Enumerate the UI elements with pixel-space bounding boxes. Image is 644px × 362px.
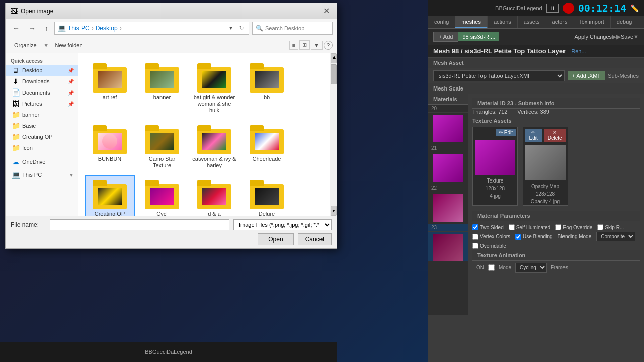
folder-bb[interactable]: bb — [242, 58, 292, 118]
materials-sidebar: Materials 20 21 22 23 — [428, 94, 468, 315]
overridable-checkbox[interactable] — [472, 243, 478, 249]
add-button[interactable]: + Add — [433, 32, 458, 42]
path-refresh-button[interactable]: ↻ — [237, 25, 246, 31]
skip-render-label[interactable]: Skip R... — [597, 224, 624, 230]
fog-override-label[interactable]: Fog Override — [555, 224, 592, 230]
open-image-dialog[interactable]: 🖼 Open image ✕ ← → ↑ 💻 This PC › Desktop… — [5, 3, 337, 249]
sidebar-item-onedrive[interactable]: ☁ OneDrive — [6, 156, 78, 167]
scroll-down-arrow[interactable]: ▼ — [331, 206, 337, 216]
use-blending-checkbox[interactable] — [515, 234, 521, 240]
tab-config[interactable]: config — [428, 16, 455, 28]
tab-actions[interactable]: actions — [488, 16, 518, 28]
mat-swatch-23[interactable] — [433, 234, 463, 261]
add-xmf-button[interactable]: + Add .XMF — [568, 71, 605, 80]
folder-catwoman[interactable]: catwoman & ivy & harley — [189, 120, 239, 173]
path-desktop[interactable]: Desktop — [96, 25, 118, 32]
tab-assets[interactable]: assets — [518, 16, 546, 28]
dialog-close-button[interactable]: ✕ — [321, 7, 332, 15]
sidebar-item-downloads[interactable]: ⬇ Downloads 📌 — [6, 76, 78, 87]
texture-edit-button[interactable]: ✏ Edit — [496, 129, 516, 136]
filetype-select[interactable]: Image Files (*.png; *.jpg; *.gif; *.* — [233, 219, 332, 230]
folder-creatingop-label: Creating OP — [95, 211, 125, 216]
dialog-btn-row: Open Cancel — [11, 233, 332, 245]
filename-input[interactable] — [50, 219, 229, 230]
sidebar-item-icon[interactable]: 📁 Icon — [6, 142, 78, 153]
sidebar-item-pictures[interactable]: 🖼 Pictures 📌 — [6, 98, 78, 109]
folder-da-icon — [197, 179, 231, 209]
path-expand-button[interactable]: ▼ — [226, 25, 235, 31]
vertex-colors-label[interactable]: Vertex Colors — [472, 234, 510, 240]
use-blending-label[interactable]: Use Blending — [515, 234, 552, 240]
dialog-titlebar: 🖼 Open image ✕ — [6, 3, 337, 19]
skip-render-checkbox[interactable] — [597, 224, 603, 230]
xmf-select[interactable]: sis3d-RL Petite Top Tattoo Layer.XMF — [433, 70, 565, 81]
self-illuminated-checkbox[interactable] — [509, 224, 515, 230]
scroll-track[interactable]: ▲ ▼ — [330, 53, 337, 216]
param-row-3: Overridable — [472, 243, 640, 249]
pin-icon-pic: 📌 — [68, 101, 74, 107]
sidebar-item-thispc[interactable]: 💻 This PC ▼ — [6, 169, 78, 180]
view-list-button[interactable]: ≡ — [289, 41, 298, 50]
vertex-colors-checkbox[interactable] — [472, 234, 478, 240]
mesh-title: Mesh 98 / sis3d-RL Petite Top Tattoo Lay… — [433, 47, 566, 55]
mat-swatch-20[interactable] — [433, 115, 463, 142]
view-more-button[interactable]: ▼ — [311, 41, 323, 50]
dialog-files: art ref banner — [78, 53, 337, 216]
fog-override-checkbox[interactable] — [555, 224, 561, 230]
scroll-up-arrow[interactable]: ▲ — [331, 53, 337, 63]
new-folder-button[interactable]: New folder — [51, 41, 86, 49]
opacity-edit-button[interactable]: ✏ Edit — [525, 129, 542, 142]
open-button[interactable]: Open — [258, 233, 293, 245]
organize-button[interactable]: Organize — [10, 41, 41, 50]
folder-batgirl[interactable]: bat girl & wonder woman & she hulk — [189, 58, 239, 118]
path-thispc[interactable]: This PC — [68, 25, 90, 32]
folder-creating-op[interactable]: Creating OP — [85, 175, 135, 216]
dialog-bottom: File name: Image Files (*.png; *.jpg; *.… — [6, 216, 337, 248]
opacity-delete-button[interactable]: ✕ Delete — [544, 129, 566, 142]
forward-button[interactable]: → — [26, 23, 39, 34]
sidebar-item-documents[interactable]: 📄 Documents 📌 — [6, 87, 78, 98]
folder-bunbun[interactable]: BUNBUN — [85, 120, 135, 173]
scroll-thumb[interactable] — [331, 64, 337, 84]
tag-button[interactable]: 98 sis3d-R.... — [458, 32, 499, 41]
cancel-button[interactable]: Cancel — [298, 233, 332, 245]
help-button[interactable]: ? — [324, 41, 333, 50]
stream-record-button[interactable] — [563, 3, 574, 14]
view-buttons: ≡ ⊞ ▼ ? — [289, 40, 333, 50]
anim-on-checkbox[interactable] — [488, 264, 495, 271]
folder-art-ref[interactable]: art ref — [85, 58, 135, 118]
two-sided-label[interactable]: Two Sided — [472, 224, 504, 230]
timer-display: 00:12:14 — [578, 2, 626, 14]
pause-button[interactable]: ⏸ — [546, 4, 559, 13]
onedrive-icon: ☁ — [12, 158, 20, 166]
anim-mode-select[interactable]: Cycling — [515, 263, 547, 273]
search-input[interactable] — [265, 25, 335, 31]
sidebar-item-desktop[interactable]: 🖥 Desktop 📌 — [6, 65, 78, 76]
tab-meshes[interactable]: meshes — [455, 16, 488, 28]
blending-mode-select[interactable]: Composite — [596, 232, 635, 241]
sidebar-item-banner[interactable]: 📁 banner — [6, 109, 78, 120]
sidebar-item-creating-op[interactable]: 📁 Creating OP — [6, 131, 78, 142]
sidebar-item-basic[interactable]: 📁 Basic — [6, 120, 78, 131]
folder-da[interactable]: d & a — [189, 175, 239, 216]
folder-cycl[interactable]: Cycl — [137, 175, 187, 216]
search-icon: 🔍 — [256, 25, 263, 32]
mat-swatch-21[interactable] — [433, 154, 463, 182]
mat-swatch-22[interactable] — [433, 194, 463, 222]
tab-debug[interactable]: debug — [611, 16, 639, 28]
folder-camo[interactable]: Camo Star Texture — [137, 120, 187, 173]
two-sided-checkbox[interactable] — [472, 224, 478, 230]
self-illuminated-label[interactable]: Self Illuminated — [509, 224, 550, 230]
tab-fbximport[interactable]: fbx import — [574, 16, 611, 28]
overridable-label[interactable]: Overridable — [472, 243, 506, 249]
folder-cheerleade[interactable]: Cheerleade — [242, 120, 292, 173]
folder-delure[interactable]: Delure — [242, 175, 292, 216]
back-button[interactable]: ← — [10, 23, 23, 34]
tab-actors[interactable]: actors — [546, 16, 574, 28]
folder-banner[interactable]: banner — [137, 58, 187, 118]
up-button[interactable]: ↑ — [42, 23, 51, 34]
thispc-icon: 💻 — [12, 171, 20, 179]
view-grid-button[interactable]: ⊞ — [299, 40, 310, 50]
folder-batgirl-icon — [197, 62, 231, 93]
submesh-info: Material ID 23 - Submesh info Triangles:… — [468, 94, 644, 315]
